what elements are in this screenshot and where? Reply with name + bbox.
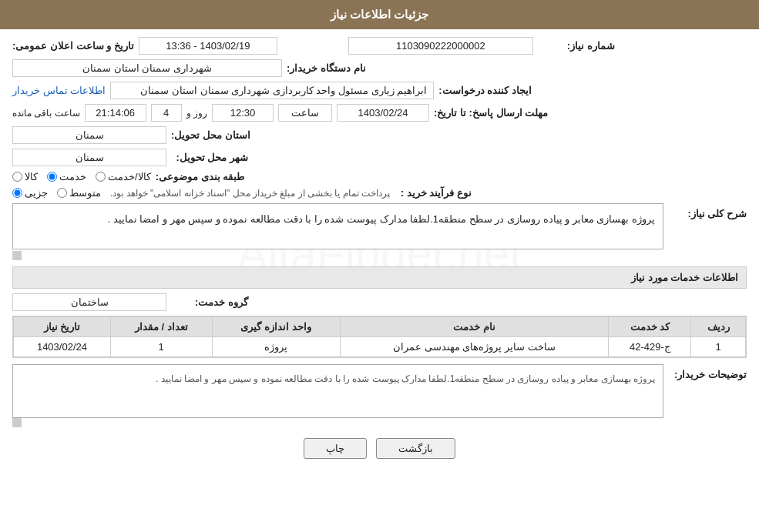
deadline-remaining-value: 21:14:06 [85,104,146,122]
city-value: سمنان [12,149,166,166]
service-group-value: ساختمان [12,293,166,311]
date-label: تاریخ و ساعت اعلان عمومی: [12,40,134,52]
category-radio-kala-label: کالا [25,171,38,182]
category-label: طبقه بندی موضوعی: [156,171,245,182]
request-number-label: شماره نیاز: [538,40,615,52]
city-row: شهر محل تحویل: سمنان [12,149,747,166]
table-cell-0: 1 [691,337,746,357]
creator-row: ایجاد کننده درخواست: ابراهیم زیاری مسئول… [12,82,747,99]
page-title: جزئیات اطلاعات نیاز [331,8,428,21]
deadline-remaining-label: ساعت باقی مانده [12,108,80,119]
date-value: 1403/02/19 - 13:36 [139,37,277,55]
back-button[interactable]: بازگشت [376,438,455,459]
province-label: استان محل تحویل: [171,129,250,141]
deadline-time-label: ساعت [278,104,332,122]
col-header-row: ردیف [691,317,746,337]
buttons-row: بازگشت چاپ [12,438,747,459]
services-table: ردیف کد خدمت نام خدمت واحد اندازه گیری ت… [13,316,746,357]
col-header-date: تاریخ نیاز [14,317,111,337]
category-radio-kala-input[interactable] [12,172,22,182]
table-cell-3: پروژه [212,337,340,357]
buyer-desc-section: توضیحات خریدار: پروژه بهسازی معابر و پیا… [12,364,747,427]
buyer-resize-handle[interactable] [12,418,22,427]
deadline-day-label: روز و [186,108,207,119]
purchase-radio-motawaset[interactable]: متوسط [57,187,101,199]
description-label: شرح کلی نیاز: [670,203,747,219]
category-radio-kala-khedmat[interactable]: کالا/خدمت [96,171,151,182]
category-radio-kala-khedmat-label: کالا/خدمت [108,171,151,182]
print-button[interactable]: چاپ [304,438,367,459]
buyer-desc-text: پروژه بهسازی معابر و پیاده روسازی در سطح… [156,373,655,384]
table-cell-5: 1403/02/24 [14,337,111,357]
col-header-name: نام خدمت [340,317,609,337]
description-text: پروژه بهسازی معابر و پیاده روسازی در سطح… [107,213,655,225]
deadline-time-value: 12:30 [212,104,274,122]
category-radio-kala[interactable]: کالا [12,171,38,182]
category-radio-group: کالا/خدمت خدمت کالا [12,171,151,182]
category-radio-kala-khedmat-input[interactable] [96,172,106,182]
category-radio-khedmat[interactable]: خدمت [47,171,86,182]
contact-link[interactable]: اطلاعات تماس خریدار [12,85,106,96]
deadline-row: مهلت ارسال پاسخ: تا تاریخ: 1403/02/24 سا… [12,104,747,122]
services-section-title: اطلاعات خدمات مورد نیاز [12,266,747,289]
purchase-radio-jozei-input[interactable] [12,188,22,198]
purchase-note: پرداخت تمام یا بخشی از مبلغ خریداز محل "… [110,188,390,199]
request-number-row: شماره نیاز: 1103090222000002 1403/02/19 … [12,37,747,55]
deadline-day-value: 4 [151,104,182,122]
purchase-type-label: نوع فرآیند خرید : [395,187,472,199]
requester-org-label: نام دستگاه خریدار: [287,62,366,74]
request-number-value: 1103090222000002 [348,37,533,55]
deadline-label: مهلت ارسال پاسخ: تا تاریخ: [434,107,548,119]
purchase-radio-jozei[interactable]: جزیی [12,187,48,199]
buyer-desc-label: توضیحات خریدار: [670,364,747,380]
page-header: جزئیات اطلاعات نیاز [0,0,759,29]
requester-org-value: شهرداری سمنان استان سمنان [12,59,282,77]
resize-handle[interactable] [12,251,22,260]
creator-label: ایجاد کننده درخواست: [438,85,532,96]
purchase-radio-jozei-label: جزیی [25,187,48,199]
purchase-radio-motawaset-input[interactable] [57,188,67,198]
purchase-radio-group: پرداخت تمام یا بخشی از مبلغ خریداز محل "… [12,187,390,199]
description-box: پروژه بهسازی معابر و پیاده روسازی در سطح… [12,203,663,249]
table-cell-4: 1 [110,337,212,357]
category-radio-khedmat-input[interactable] [47,172,57,182]
category-radio-khedmat-label: خدمت [59,171,86,182]
table-cell-1: ج-429-42 [609,337,691,357]
service-group-label: گروه خدمت: [171,296,248,308]
table-row: 1ج-429-42ساخت سایر پروژه‌های مهندسی عمرا… [14,337,746,357]
requester-org-row: نام دستگاه خریدار: شهرداری سمنان استان س… [12,59,747,77]
creator-value: ابراهیم زیاری مسئول واحد کاربردازی شهردا… [110,82,434,99]
province-value: سمنان [12,126,166,144]
col-header-unit: واحد اندازه گیری [212,317,340,337]
city-label: شهر محل تحویل: [171,152,248,163]
province-row: استان محل تحویل: سمنان [12,126,747,144]
services-table-container: ردیف کد خدمت نام خدمت واحد اندازه گیری ت… [12,316,747,358]
service-group-row: گروه خدمت: ساختمان [12,293,747,311]
category-row: طبقه بندی موضوعی: کالا/خدمت خدمت کالا [12,171,747,182]
deadline-date: 1403/02/24 [337,104,429,122]
purchase-radio-motawaset-label: متوسط [69,187,101,199]
buyer-desc-box: پروژه بهسازی معابر و پیاده روسازی در سطح… [12,364,663,418]
col-header-count: تعداد / مقدار [110,317,212,337]
table-cell-2: ساخت سایر پروژه‌های مهندسی عمران [340,337,609,357]
purchase-type-row: نوع فرآیند خرید : پرداخت تمام یا بخشی از… [12,187,747,199]
col-header-code: کد خدمت [609,317,691,337]
